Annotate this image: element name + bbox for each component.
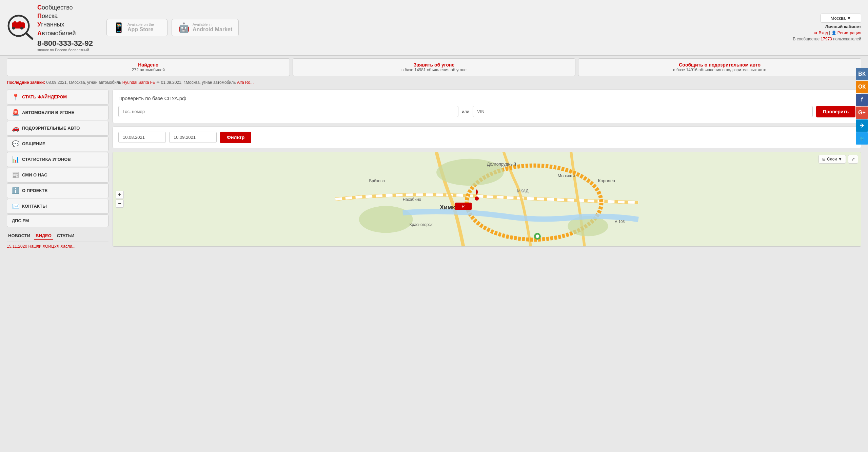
sidebar-item-label-suspicious: ПОДОЗРИТЕЛЬНЫЕ АВТО [22, 126, 80, 131]
layers-label: Слои [827, 157, 837, 162]
ticker-car1[interactable]: Hyundai Santa FE [122, 80, 155, 85]
report-sub: в базе 14981 объявления об угоне [300, 68, 569, 72]
sidebar-item-label-chat: ОБЩЕНИЕ [22, 141, 45, 146]
sidebar-item-contacts[interactable]: ✉️ КОНТАКТЫ [7, 199, 108, 214]
ok-button[interactable]: ОК [856, 81, 868, 93]
svg-line-6 [26, 34, 32, 39]
vin-input[interactable] [473, 106, 813, 117]
sidebar-item-label-contacts: КОНТАКТЫ [22, 204, 47, 209]
login-link[interactable]: ➡ Вход [814, 31, 828, 35]
sidebar-item-finder[interactable]: 📍 СТАТЬ ФАЙНДЕРОМ [7, 90, 108, 105]
about-icon: ℹ️ [12, 187, 19, 194]
main-layout: 📍 СТАТЬ ФАЙНДЕРОМ 🚨 АВТОМОБИЛИ В УГОНЕ 🚗… [0, 86, 868, 255]
zoom-in-button[interactable]: + [116, 191, 124, 199]
header: Сообщество Поиска Угнанных Автомобилей 8… [0, 0, 868, 56]
plate-input[interactable] [118, 106, 458, 117]
expand-button[interactable]: ⤢ [848, 155, 858, 164]
svg-text:₽: ₽ [462, 204, 465, 208]
zoom-out-button[interactable]: − [116, 200, 124, 208]
ticker-label: Последние заявки: [7, 80, 45, 85]
contacts-icon: ✉️ [12, 203, 19, 210]
svg-point-23 [475, 196, 479, 201]
logo-area: Сообщество Поиска Угнанных Автомобилей 8… [7, 3, 93, 52]
svg-point-5 [20, 27, 23, 30]
sidebar-item-label-stolen: АВТОМОБИЛИ В УГОНЕ [22, 110, 74, 115]
date-to-input[interactable] [169, 132, 217, 143]
ticker-text1: 08.09.2021, г.Москва, угнан автомобиль [46, 80, 121, 85]
found-title: Найдено [14, 62, 283, 68]
phone-number: 8-800-333-32-92 [37, 39, 93, 48]
svg-text:Долгопрудный: Долгопрудный [487, 161, 516, 166]
sidebar-item-label-finder: СТАТЬ ФАЙНДЕРОМ [22, 94, 67, 99]
suspicious-sub: в базе 14916 объявления о подозрительных… [585, 68, 854, 72]
sidebar-item-stats[interactable]: 📊 СТАТИСТИКА УГОНОВ [7, 152, 108, 167]
layers-button[interactable]: ⊟ Слои ▼ [818, 155, 846, 164]
sidebar-item-dps[interactable]: ДПС.FM [7, 214, 108, 227]
register-link[interactable]: 👤 Регистрация [831, 31, 862, 35]
fb-icon: f [861, 97, 863, 103]
twitter-button[interactable]: 🐦 [856, 132, 868, 145]
ticker: Последние заявки: 08.09.2021, г.Москва, … [0, 79, 868, 86]
city-selector[interactable]: Москва ▼ [821, 14, 861, 23]
svg-text:Королёв: Королёв [598, 178, 615, 183]
news-item[interactable]: 15.11.2020 Нашли ХОЙЦУЛ Хасли... [7, 242, 108, 251]
or-label: или [462, 109, 469, 114]
sidebar: 📍 СТАТЬ ФАЙНДЕРОМ 🚨 АВТОМОБИЛИ В УГОНЕ 🚗… [7, 90, 108, 251]
report-title: Заявить об угоне [300, 62, 569, 68]
media-icon: 📰 [12, 171, 19, 179]
android-market-button[interactable]: 🤖 Available in Android Market [172, 19, 239, 36]
social-sidebar: ВК ОК f G+ ✈ 🐦 [856, 68, 868, 145]
sidebar-menu: 📍 СТАТЬ ФАЙНДЕРОМ 🚨 АВТОМОБИЛИ В УГОНЕ 🚗… [7, 90, 108, 227]
suspicious-title: Сообщить о подозрительном авто [585, 62, 854, 68]
tab-news[interactable]: НОВОСТИ [7, 232, 32, 240]
search-box: Проверить по базе СПУА.рф или Проверить [113, 90, 861, 123]
svg-text:Брёхово: Брёхово [369, 178, 385, 183]
stolen-icon: 🚨 [12, 109, 19, 116]
sidebar-item-media[interactable]: 📰 СМИ О НАС [7, 168, 108, 183]
app-store-button[interactable]: 📱 Available on the App Store [106, 19, 167, 36]
svg-rect-3 [18, 21, 21, 24]
found-value: 272 автомобилей [14, 68, 283, 72]
found-stat[interactable]: Найдено 272 автомобилей [7, 58, 290, 76]
sidebar-item-label-media: СМИ О НАС [22, 172, 47, 177]
fb-button[interactable]: f [856, 94, 868, 106]
sidebar-item-label-stats: СТАТИСТИКА УГОНОВ [22, 157, 71, 162]
search-title: Проверить по базе СПУА.рф [118, 95, 855, 101]
search-row: или Проверить [118, 106, 855, 117]
phone-note: звонок по России бесплатный [37, 48, 93, 52]
brand-text: Сообщество Поиска Угнанных Автомобилей 8… [37, 3, 93, 52]
check-button[interactable]: Проверить [816, 106, 855, 117]
sidebar-item-label-dps: ДПС.FM [12, 218, 29, 223]
twitter-icon: 🐦 [860, 136, 865, 141]
stats-icon: 📊 [12, 156, 19, 163]
sidebar-item-about[interactable]: ℹ️ О ПРОЕКТЕ [7, 183, 108, 198]
vk-button[interactable]: ВК [856, 68, 868, 80]
map-container[interactable]: Брёхово Долгопрудный Мытищи Королёв Наха… [113, 152, 861, 247]
suspicious-stat[interactable]: Сообщить о подозрительном авто в базе 14… [578, 58, 861, 76]
map-svg: Брёхово Долгопрудный Мытищи Королёв Наха… [113, 152, 861, 246]
app-buttons: 📱 Available on the App Store 🤖 Available… [106, 19, 239, 36]
finder-icon: 📍 [12, 93, 19, 101]
layers-icon: ⊟ [822, 157, 826, 162]
filter-row: Фильтр [118, 132, 855, 143]
android-text: Available in Android Market [193, 22, 232, 33]
tab-video[interactable]: ВИДЕО [34, 232, 53, 240]
sidebar-item-chat[interactable]: 💬 ОБЩЕНИЕ [7, 136, 108, 151]
sidebar-item-suspicious[interactable]: 🚗 ПОДОЗРИТЕЛЬНЫЕ АВТО [7, 121, 108, 136]
ticker-car2[interactable]: Alfa Ro... [237, 80, 254, 85]
sidebar-item-stolen[interactable]: 🚨 АВТОМОБИЛИ В УГОНЕ [7, 105, 108, 120]
report-theft-stat[interactable]: Заявить об угоне в базе 14981 объявления… [293, 58, 576, 76]
ticker-sep: ✳ [156, 80, 160, 85]
sidebar-item-label-about: О ПРОЕКТЕ [22, 188, 47, 193]
filter-button[interactable]: Фильтр [220, 132, 251, 143]
tab-articles[interactable]: СТАТЬИ [56, 232, 76, 240]
header-right: Москва ▼ Личный кабинет ➡ Вход | 👤 Регис… [793, 14, 861, 41]
map-zoom-controls: + − [116, 191, 124, 208]
main-content: Проверить по базе СПУА.рф или Проверить … [113, 90, 861, 251]
date-from-input[interactable] [118, 132, 166, 143]
telegram-icon: ✈ [860, 123, 864, 129]
telegram-button[interactable]: ✈ [856, 119, 868, 132]
svg-text:А-103: А-103 [615, 219, 625, 223]
gplus-button[interactable]: G+ [856, 107, 868, 119]
svg-text:Красногорск: Красногорск [410, 222, 433, 227]
